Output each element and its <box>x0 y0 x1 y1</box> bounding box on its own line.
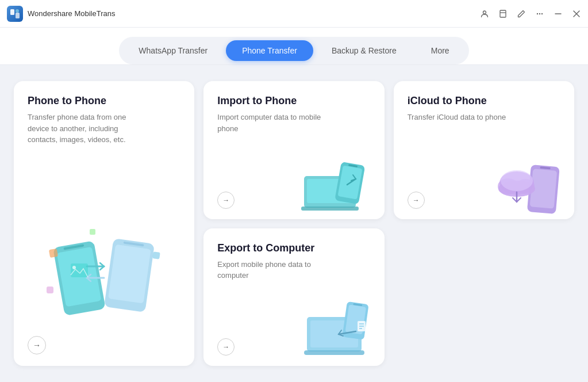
tab-backup[interactable]: Backup & Restore <box>316 40 413 61</box>
svg-point-7 <box>539 13 540 14</box>
svg-rect-18 <box>49 249 58 258</box>
svg-rect-19 <box>152 251 160 259</box>
card-icloud-title: iCloud to Phone <box>408 95 560 107</box>
main-content: Phone to Phone Transfer phone data from … <box>0 65 588 382</box>
svg-point-6 <box>537 13 538 14</box>
minimize-icon[interactable] <box>554 9 563 18</box>
titlebar: Wondershare MobileTrans <box>0 0 588 28</box>
card-export-title: Export to Computer <box>217 242 370 254</box>
svg-rect-22 <box>71 263 88 277</box>
nav-tabs: WhatsApp Transfer Phone Transfer Backup … <box>119 37 468 64</box>
svg-rect-40 <box>304 350 364 355</box>
bookmark-icon[interactable] <box>498 9 508 18</box>
svg-rect-16 <box>108 245 151 304</box>
phone-to-phone-illustration <box>41 217 167 327</box>
svg-point-8 <box>541 13 543 14</box>
card-icloud-to-phone[interactable]: iCloud to Phone Transfer iCloud data to … <box>394 81 574 219</box>
svg-point-2 <box>16 9 19 13</box>
card-import-title: Import to Phone <box>217 95 370 107</box>
titlebar-controls <box>480 9 581 18</box>
card-icloud-desc: Transfer iCloud data to phone <box>408 112 511 123</box>
card-export-desc: Export mobile phone data to computer <box>217 259 321 281</box>
tab-whatsapp[interactable]: WhatsApp Transfer <box>122 40 224 61</box>
nav-bar: WhatsApp Transfer Phone Transfer Backup … <box>0 28 588 65</box>
svg-rect-20 <box>90 229 95 235</box>
export-illustration <box>295 297 382 363</box>
card-import-arrow[interactable]: → <box>217 192 235 209</box>
menu-icon[interactable] <box>535 9 544 18</box>
card-icloud-arrow[interactable]: → <box>408 192 425 209</box>
card-phone-to-phone-arrow[interactable]: → <box>28 336 46 354</box>
tab-more[interactable]: More <box>415 40 466 61</box>
tab-phone[interactable]: Phone Transfer <box>226 40 313 61</box>
close-icon[interactable] <box>572 9 581 18</box>
import-illustration <box>301 153 382 216</box>
card-export-to-computer[interactable]: Export to Computer Export mobile phone d… <box>203 228 384 366</box>
app-title: Wondershare MobileTrans <box>28 9 480 18</box>
svg-point-37 <box>501 170 533 191</box>
account-icon[interactable] <box>480 9 489 18</box>
svg-rect-4 <box>500 10 506 17</box>
svg-rect-1 <box>16 13 20 18</box>
svg-rect-26 <box>301 207 359 211</box>
card-phone-to-phone-desc: Transfer phone data from one device to a… <box>28 112 131 146</box>
card-phone-to-phone-title: Phone to Phone <box>28 95 180 107</box>
app-logo <box>7 6 23 22</box>
icloud-illustration <box>491 153 571 216</box>
svg-rect-21 <box>47 286 53 293</box>
svg-point-3 <box>483 11 486 14</box>
svg-rect-0 <box>10 9 14 15</box>
card-phone-to-phone[interactable]: Phone to Phone Transfer phone data from … <box>14 81 194 366</box>
card-export-arrow[interactable]: → <box>217 338 235 356</box>
card-import-desc: Import computer data to mobile phone <box>217 112 321 134</box>
card-import-to-phone[interactable]: Import to Phone Import computer data to … <box>203 81 384 219</box>
edit-icon[interactable] <box>517 9 526 18</box>
